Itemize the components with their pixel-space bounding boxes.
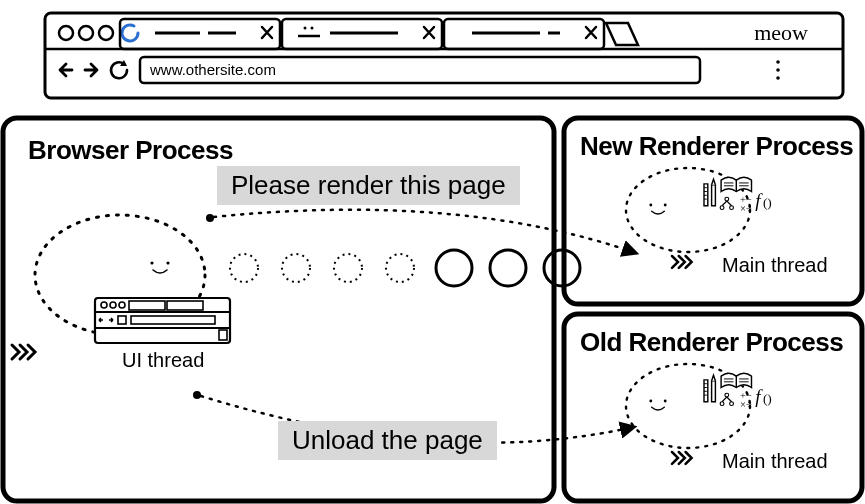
browser-process-title: Browser Process xyxy=(28,135,233,165)
svg-point-15 xyxy=(304,27,307,30)
nr-title: New Renderer Process xyxy=(580,131,853,161)
browser-tab xyxy=(282,19,442,49)
svg-point-22 xyxy=(776,60,780,64)
url-text: www.othersite.com xyxy=(149,61,276,78)
svg-point-16 xyxy=(311,27,314,30)
new-renderer-thread xyxy=(626,168,772,268)
new-main-thread-label: Main thread xyxy=(722,254,828,276)
arrow-origin-icon xyxy=(206,214,214,222)
menu-icon xyxy=(776,60,780,80)
render-message: Please render this page xyxy=(217,166,520,205)
render-arrow xyxy=(214,210,636,253)
bp-title: Browser Process xyxy=(28,135,233,165)
old-main-thread-label: Main thread xyxy=(722,450,828,472)
window-control-icon xyxy=(79,26,93,40)
or-thread-text: Main thread xyxy=(722,450,828,472)
window-control-icon xyxy=(59,26,73,40)
close-tab-icon xyxy=(424,27,434,38)
ui-thread-label: UI thread xyxy=(122,349,204,371)
svg-point-24 xyxy=(776,76,780,80)
svg-point-40 xyxy=(386,254,414,282)
ui-thread-character xyxy=(12,215,230,359)
nr-thread-text: Main thread xyxy=(722,254,828,276)
brand-text: meow xyxy=(754,20,808,45)
browser-window: meow www.othersite.com xyxy=(45,13,843,98)
svg-point-38 xyxy=(282,254,310,282)
svg-point-41 xyxy=(436,250,472,286)
back-icon xyxy=(60,64,72,76)
url-value: www.othersite.com xyxy=(149,61,276,78)
ui-thread-text: UI thread xyxy=(122,349,204,371)
svg-point-39 xyxy=(334,254,362,282)
reload-icon xyxy=(111,60,127,78)
arrow-origin-icon xyxy=(193,391,201,399)
new-tab-icon xyxy=(606,23,638,45)
close-tab-icon xyxy=(586,27,596,38)
unload-message: Unload the page xyxy=(278,421,497,460)
old-renderer-thread xyxy=(626,364,772,464)
browser-tab xyxy=(444,19,604,49)
forward-icon xyxy=(85,64,97,76)
ipc-trail xyxy=(230,250,580,286)
or-title: Old Renderer Process xyxy=(580,327,843,357)
old-renderer-title: Old Renderer Process xyxy=(580,327,843,357)
browser-brand: meow xyxy=(754,20,808,45)
loading-spinner-icon xyxy=(122,25,138,41)
svg-point-42 xyxy=(490,250,526,286)
browser-tab xyxy=(120,19,280,49)
new-renderer-title: New Renderer Process xyxy=(580,131,853,161)
close-tab-icon xyxy=(262,27,272,38)
svg-point-37 xyxy=(230,254,258,282)
window-control-icon xyxy=(99,26,113,40)
svg-point-23 xyxy=(776,68,780,72)
